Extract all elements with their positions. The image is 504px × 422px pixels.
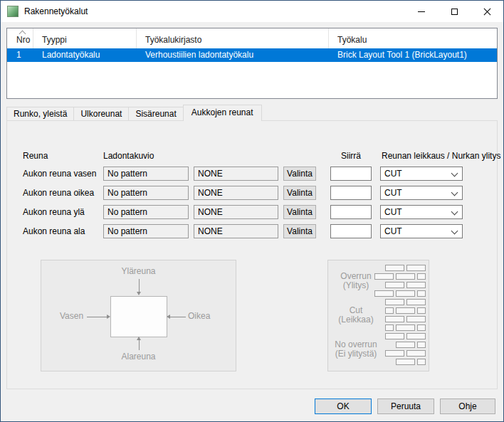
cut-select[interactable]: CUT	[380, 205, 463, 219]
column-header-tyyppi[interactable]: Tyyppi	[33, 28, 137, 48]
brick	[385, 325, 394, 331]
close-button[interactable]	[471, 1, 503, 22]
brick	[374, 273, 394, 280]
brick	[385, 265, 404, 271]
valinta-button[interactable]: Valinta	[283, 205, 316, 219]
minimize-icon	[418, 11, 425, 12]
pattern-preview-field[interactable]: No pattern	[103, 186, 189, 200]
edge-row-label: Aukon reuna ylä	[23, 205, 85, 219]
edge-row-label: Aukon reuna ala	[23, 224, 85, 238]
cut-select-value: CUT	[384, 226, 402, 236]
brick	[417, 325, 426, 331]
shift-input[interactable]	[330, 167, 372, 181]
legend-line: (Ei ylitystä)	[328, 349, 384, 359]
pattern-name-field[interactable]: NONE	[194, 167, 278, 181]
valinta-button[interactable]: Valinta	[283, 224, 316, 238]
cut-select[interactable]: CUT	[380, 224, 463, 238]
help-button[interactable]: Ohje	[440, 399, 495, 414]
tab-panel-aukkojen-reunat: Reuna Ladontakuvio Siirrä Reunan leikkau…	[6, 120, 498, 389]
tab-runko-yleista[interactable]: Runko, yleistä	[6, 107, 74, 120]
pattern-preview-field[interactable]: No pattern	[103, 167, 189, 181]
cell-tyokalu: Brick Layout Tool 1 (BrickLayout1)	[337, 48, 467, 62]
edge-row-vasen: Aukon reuna vasen No pattern NONE Valint…	[7, 167, 497, 181]
chevron-down-icon	[451, 170, 458, 177]
column-label: Työkalu	[337, 35, 367, 45]
column-label: Työkalukirjasto	[145, 35, 201, 45]
window-title: Rakennetyökalut	[24, 1, 88, 22]
brick	[406, 282, 426, 288]
legend-line: (Ylitys)	[328, 281, 384, 290]
ok-button[interactable]: OK	[315, 399, 372, 414]
cut-select-value: CUT	[384, 188, 402, 198]
pattern-preview-field[interactable]: No pattern	[103, 205, 189, 219]
column-header-tyokalukirjasto[interactable]: Työkalukirjasto	[137, 28, 329, 48]
shift-input[interactable]	[330, 186, 372, 200]
pattern-name-field[interactable]: NONE	[194, 186, 278, 200]
brick	[396, 325, 415, 331]
tab-strip: Runko, yleistä Ulkoreunat Sisäreunat Auk…	[6, 105, 262, 120]
tool-list: Nro Tyyppi Työkalukirjasto Työkalu 1 Lad…	[6, 28, 498, 99]
header-reuna: Reuna	[23, 151, 48, 161]
brick	[406, 333, 426, 339]
edge-row-oikea: Aukon reuna oikea No pattern NONE Valint…	[7, 186, 497, 200]
column-label: Tyyppi	[42, 35, 67, 45]
table-row[interactable]: 1 Ladontatyökalu Verhoustiilien ladontat…	[7, 48, 497, 62]
cancel-button[interactable]: Peruuta	[377, 399, 434, 414]
minimize-button[interactable]	[405, 1, 438, 22]
edge-row-ala: Aukon reuna ala No pattern NONE Valinta …	[7, 224, 497, 238]
pattern-name-field[interactable]: NONE	[194, 205, 278, 219]
edge-diagram: Yläreuna Vasen Oikea Alareuna	[41, 260, 236, 371]
valinta-button[interactable]: Valinta	[283, 186, 316, 200]
maximize-icon	[451, 9, 458, 15]
brick	[385, 316, 404, 322]
arrow-down-icon	[139, 279, 140, 292]
column-label: Nro	[16, 35, 30, 45]
brick	[385, 307, 394, 314]
maximize-button[interactable]	[438, 1, 471, 22]
edge-label-left: Vasen	[60, 311, 83, 321]
arrow-left-icon	[170, 317, 186, 317]
tab-sisareunat[interactable]: Sisäreunat	[128, 107, 183, 120]
dialog-rakennetyokalut: Rakennetyökalut Nro Tyyppi Työkalukirjas…	[0, 0, 504, 422]
header-ladontakuvio: Ladontakuvio	[103, 151, 154, 161]
cut-select-value: CUT	[384, 169, 402, 179]
edge-label-bottom: Alareuna	[41, 352, 236, 362]
brick	[385, 333, 404, 339]
brick	[396, 290, 415, 297]
column-header-tyokalu[interactable]: Työkalu	[329, 28, 497, 48]
pattern-name-field[interactable]: NONE	[194, 224, 278, 238]
brick	[417, 342, 426, 348]
cell-tyokalukirjasto: Verhoustiilien ladontatyökalu	[145, 48, 253, 62]
edge-label-right: Oikea	[188, 311, 210, 321]
brick	[417, 290, 426, 297]
arrow-right-icon	[87, 317, 107, 317]
cut-select-value: CUT	[384, 207, 402, 217]
shift-input[interactable]	[330, 224, 372, 238]
arrow-up-icon	[139, 340, 140, 350]
tab-ulkoreunat[interactable]: Ulkoreunat	[73, 107, 129, 120]
edge-row-label: Aukon reuna oikea	[23, 186, 94, 200]
legend-no-overrun: No overrun (Ei ylitystä)	[328, 340, 384, 359]
cut-legend-diagram: Overrun (Ylitys) Cut (Leikkaa) No overru…	[327, 260, 429, 371]
cell-nro: 1	[16, 48, 21, 62]
header-leikkaus: Reunan leikkaus / Nurkan ylitys	[382, 151, 500, 161]
brick	[385, 299, 404, 305]
legend-line: (Leikkaa)	[328, 315, 384, 325]
tab-aukkojen-reunat[interactable]: Aukkojen reunat	[183, 105, 262, 121]
brick	[417, 307, 426, 314]
brick	[417, 273, 426, 280]
header-siirra: Siirrä	[341, 151, 361, 161]
brick	[396, 273, 415, 280]
cut-select[interactable]: CUT	[380, 186, 463, 200]
brick	[396, 359, 415, 365]
column-header-nro[interactable]: Nro	[7, 28, 33, 48]
titlebar[interactable]: Rakennetyökalut	[1, 1, 503, 22]
cut-select[interactable]: CUT	[380, 167, 463, 181]
chevron-down-icon	[451, 209, 458, 216]
edge-row-yla: Aukon reuna ylä No pattern NONE Valinta …	[7, 205, 497, 219]
shift-input[interactable]	[330, 205, 372, 219]
brick	[374, 290, 394, 297]
pattern-preview-field[interactable]: No pattern	[103, 224, 189, 238]
valinta-button[interactable]: Valinta	[283, 167, 316, 181]
chevron-down-icon	[451, 189, 458, 196]
